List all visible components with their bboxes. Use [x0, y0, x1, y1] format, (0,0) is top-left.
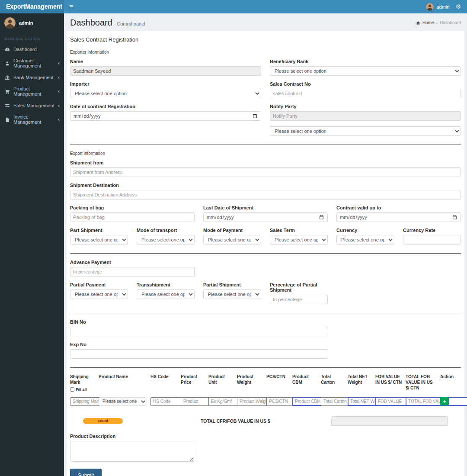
chevron-left-icon: ‹: [58, 75, 60, 80]
field-part-shipment: Part Shipment Please select one option: [70, 228, 128, 244]
sidebar-toggle-button[interactable]: ≡: [64, 0, 79, 13]
shipment-destination-label: Shipment Destination: [70, 183, 461, 188]
breadcrumb: Home › Dashboard: [416, 20, 461, 25]
field-mode-of-payment: Mode of Payment Please select one option: [203, 228, 261, 244]
currency-select[interactable]: Please select one option: [336, 235, 394, 244]
sidebar-item-product-management[interactable]: Product Management ‹: [0, 83, 64, 100]
beneficiary-bank-select[interactable]: Please select one option: [270, 66, 461, 76]
breadcrumb-home[interactable]: Home: [422, 20, 434, 25]
field-packing-of-bag: Packing of bag: [70, 205, 195, 222]
currency-rate-input[interactable]: [403, 235, 461, 244]
packing-of-bag-input[interactable]: [70, 212, 195, 222]
form-title: Sales Contract Registration: [70, 36, 461, 43]
hs-code-header: HS Code: [150, 374, 177, 380]
partial-shipment-select[interactable]: Please select one option: [203, 289, 261, 299]
sidebar-item-label: Customer Management: [13, 58, 55, 68]
last-date-of-shipment-input[interactable]: [203, 212, 328, 222]
sidebar-item-invoice-management[interactable]: Invoice Management ‹: [0, 111, 64, 128]
contract-valid-up-to-input[interactable]: [336, 212, 461, 222]
field-contract-valid-up-to: Contract valid up to: [336, 205, 461, 222]
field-shipment-from: Shipment from: [70, 160, 461, 177]
content: Dashboard Control panel Home › Dashboard…: [64, 13, 467, 476]
importer-select[interactable]: Please select one option: [70, 89, 261, 98]
product-weight-header: Product Weight: [237, 374, 263, 385]
exp-no-label: Exp No: [70, 342, 461, 347]
total-fob-value-input[interactable]: [406, 397, 467, 406]
cart-icon: [4, 89, 10, 94]
field-currency: Currency Please select one option: [336, 228, 394, 244]
sidebar-item-label: Product Management: [13, 86, 55, 96]
shipment-from-input[interactable]: [70, 167, 461, 177]
breadcrumb-current: Dashboard: [440, 20, 461, 25]
sales-contract-no-label: Sales Contract No: [270, 81, 461, 87]
part-shipment-label: Part Shipment: [70, 228, 128, 233]
part-shipment-select[interactable]: Please select one option: [70, 235, 128, 244]
beneficiary-bank-label: Beneficiary Bank: [270, 59, 461, 64]
last-date-of-shipment-label: Last Date of Shipment: [203, 205, 328, 210]
field-shipment-destination: Shipment Destination: [70, 183, 461, 199]
sales-contract-no-input[interactable]: [270, 89, 461, 98]
chevron-left-icon: ‹: [58, 89, 60, 94]
field-notify-party-select: Please select one option: [270, 126, 461, 136]
dashboard-icon: [4, 46, 10, 52]
exp-no-input[interactable]: [70, 349, 328, 359]
bin-no-input[interactable]: [70, 327, 328, 336]
shipment-destination-input[interactable]: [70, 190, 461, 199]
fill-all-checkbox[interactable]: [70, 387, 74, 392]
partial-shipment-label: Partial Shipment: [203, 282, 261, 287]
product-description-textarea[interactable]: [70, 441, 194, 462]
user-menu[interactable]: admin: [426, 3, 449, 11]
navbar-right: admin ⚙: [426, 0, 467, 13]
mode-of-transport-select[interactable]: Please select one option: [137, 235, 195, 244]
brand-logo[interactable]: ExportManagement: [0, 0, 64, 13]
field-last-date-of-shipment: Last Date of Shipment: [203, 205, 328, 222]
name-input: [70, 66, 261, 76]
packing-of-bag-label: Packing of bag: [70, 205, 195, 210]
total-fob-value-header: TOTAL FOB VALUE IN US $/ CTN: [406, 374, 437, 391]
page-title: Dashboard: [70, 18, 112, 27]
field-exp-no: Exp No: [70, 342, 461, 359]
field-notify-party: Notify Party: [270, 104, 461, 121]
sales-term-select[interactable]: Please select one option: [270, 235, 328, 244]
product-description-label: Product Description: [70, 434, 461, 439]
sidebar-item-sales-management[interactable]: Sales Management ‹: [0, 100, 64, 111]
fill-all: Fill all: [70, 387, 95, 392]
field-advance-payment: Advance Payment: [70, 260, 195, 277]
currency-rate-label: Currency Rate: [403, 228, 461, 233]
transshipment-select[interactable]: Please select one option: [137, 289, 195, 299]
product-unit-header: Product Unit: [208, 374, 234, 385]
pcs-ctn-header: PCS/CTN: [266, 374, 289, 380]
notify-party-select[interactable]: Please select one option: [270, 126, 461, 136]
percentege-of-partial-shipment-input[interactable]: [270, 295, 328, 304]
field-partial-payment: Partial Payment Please select one option: [70, 282, 128, 304]
mode-of-payment-label: Mode of Payment: [203, 228, 261, 233]
totals-row: count TOTAL CFR/FOB VALUE IN US $: [70, 416, 461, 426]
home-icon: [416, 21, 420, 25]
sidebar-item-bank-management[interactable]: Bank Management ‹: [0, 71, 64, 83]
product-cbm-header: Product CBM: [292, 374, 317, 385]
partial-payment-select[interactable]: Please select one option: [70, 289, 128, 299]
field-sales-contract-no: Sales Contract No: [270, 81, 461, 98]
field-name: Name: [70, 59, 261, 76]
mode-of-transport-label: Mode of transport: [137, 228, 195, 233]
invoice-icon: [4, 117, 10, 122]
sidebar-item-customer-management[interactable]: Customer Management ‹: [0, 55, 64, 71]
fill-all-label: Fill all: [76, 387, 87, 392]
submit-button[interactable]: Submit: [70, 469, 102, 476]
count-button[interactable]: count: [83, 418, 123, 424]
chevron-left-icon: ‹: [58, 103, 60, 108]
gears-icon[interactable]: ⚙: [455, 0, 461, 13]
chevron-left-icon: ‹: [58, 61, 60, 66]
date-of-contract-input[interactable]: [70, 111, 261, 121]
product-name-select[interactable]: Please select one option: [99, 397, 147, 406]
add-row-button[interactable]: +: [440, 397, 449, 405]
mode-of-payment-select[interactable]: Please select one option: [203, 235, 261, 244]
advance-payment-input[interactable]: [70, 267, 195, 277]
export-section-label: Export information: [70, 151, 461, 156]
product-name-header: Product Name: [99, 374, 147, 380]
field-currency-rate: Currency Rate: [403, 228, 461, 244]
sidebar-item-dashboard[interactable]: Dashboard: [0, 43, 64, 55]
user-icon: [4, 61, 10, 66]
field-importer: Importer Please select one option: [70, 81, 261, 98]
sidebar-item-label: Invoice Management: [13, 114, 55, 125]
